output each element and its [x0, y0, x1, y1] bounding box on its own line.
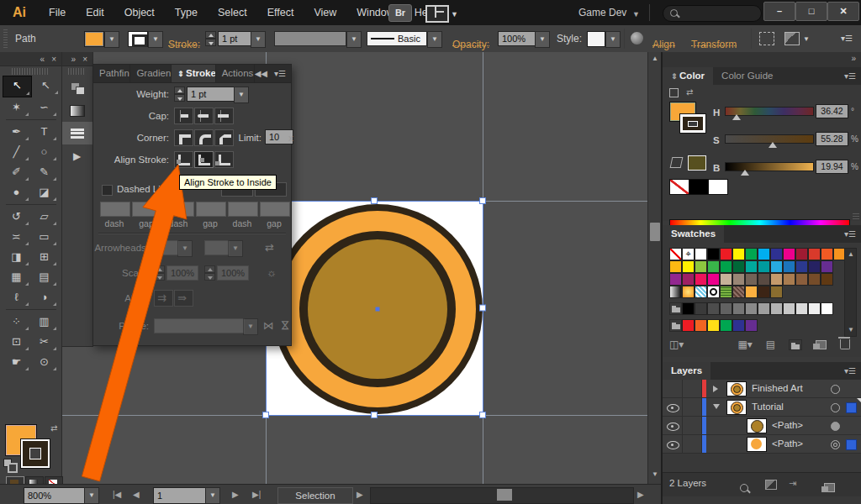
layer-row[interactable]: Finished Art	[663, 380, 861, 398]
swap-fill-stroke-icon[interactable]: ⇄	[50, 423, 57, 433]
swatch[interactable]	[669, 273, 682, 286]
swatch[interactable]	[695, 319, 707, 332]
weight-value[interactable]: 1 pt	[187, 87, 235, 102]
layer-name[interactable]: Finished Art	[752, 380, 803, 397]
weight-stepper[interactable]	[174, 87, 185, 102]
stroke-panel-link[interactable]: Stroke:	[168, 31, 200, 46]
swatch[interactable]	[745, 286, 758, 298]
selection-indicator[interactable]	[846, 402, 857, 413]
default-fill-stroke-icon[interactable]	[3, 459, 15, 470]
swatch[interactable]	[745, 302, 758, 315]
scroll-up-icon[interactable]: ▲	[648, 55, 662, 62]
swatch[interactable]	[783, 302, 795, 315]
swatch[interactable]	[745, 260, 758, 273]
new-layer-icon[interactable]	[824, 483, 835, 492]
swatch[interactable]	[770, 273, 783, 286]
layer-row[interactable]: Tutorial	[663, 398, 861, 417]
horizontal-scroll-thumb[interactable]	[497, 489, 512, 501]
align-panel-link[interactable]: Align	[652, 31, 675, 46]
target-icon[interactable]	[831, 422, 840, 431]
default-proxy-icon[interactable]	[669, 88, 679, 97]
collapse-icon[interactable]	[713, 404, 720, 409]
swatch-scroll-up-icon[interactable]: ▲	[848, 250, 854, 258]
color-panel-menu-icon[interactable]: ▾☰	[844, 67, 861, 85]
hand-tool[interactable]: ☛	[3, 352, 30, 372]
swatch-libraries-icon[interactable]: ◫▾	[669, 339, 684, 350]
tab-color[interactable]: ⇕ Color	[663, 67, 713, 85]
layer-name[interactable]: <Path>	[772, 435, 803, 453]
scale-end-stepper[interactable]	[204, 265, 215, 281]
opacity-link[interactable]: Opacity:	[452, 31, 489, 46]
swatch[interactable]	[707, 302, 720, 315]
dashed-line-checkbox[interactable]	[102, 185, 113, 196]
swatch[interactable]	[783, 248, 795, 260]
b-slider[interactable]	[725, 162, 814, 171]
artboard-number-caret-icon[interactable]: ▼	[205, 487, 220, 504]
close-button[interactable]: ✕	[827, 2, 859, 21]
corner-bevel-button[interactable]	[214, 129, 234, 146]
swatch[interactable]	[745, 319, 758, 332]
flip-along-icon[interactable]: ⋈	[263, 319, 274, 332]
expand-panels-icon[interactable]: »	[71, 55, 77, 64]
web-safe-swatch[interactable]	[688, 155, 706, 171]
swatch[interactable]	[732, 248, 745, 260]
swatch[interactable]	[682, 319, 695, 332]
swatch[interactable]	[821, 260, 833, 273]
dash-field-0[interactable]	[100, 202, 130, 217]
dash-field-2[interactable]	[164, 202, 194, 217]
visibility-cell[interactable]	[663, 398, 683, 416]
lock-cell[interactable]	[682, 380, 702, 397]
ellipse-tool[interactable]: ○	[30, 142, 58, 162]
artboard-tool[interactable]: ⊡	[3, 332, 30, 352]
menu-select[interactable]: Select	[208, 0, 257, 25]
swatch-options-icon[interactable]: ▤	[766, 339, 775, 350]
arrange-documents-caret-icon[interactable]: ▼	[451, 10, 458, 18]
menu-object[interactable]: Object	[114, 0, 165, 25]
type-tool[interactable]: T	[30, 122, 58, 142]
status-indicator[interactable]: Selection	[277, 487, 353, 504]
bridge-button[interactable]: Br	[388, 4, 412, 22]
arrowhead-start-select[interactable]	[154, 240, 179, 255]
mesh-tool[interactable]: ▦	[3, 267, 30, 287]
profile-select[interactable]	[154, 318, 245, 333]
dash-field-3[interactable]	[196, 202, 226, 217]
cap-butt-button[interactable]	[174, 108, 193, 124]
target-icon[interactable]	[831, 440, 840, 449]
swatch[interactable]	[695, 260, 707, 273]
line-tool[interactable]: ╱	[3, 142, 30, 162]
clipping-mask-icon[interactable]	[765, 480, 777, 490]
arrange-documents-icon[interactable]	[425, 5, 449, 23]
dash-field-4[interactable]	[228, 202, 258, 217]
scale-start-stepper[interactable]	[154, 265, 165, 281]
white-color-button[interactable]	[708, 179, 728, 195]
zoom-level-caret-icon[interactable]: ▼	[84, 487, 99, 504]
workspace-switcher[interactable]: Game Dev	[578, 0, 626, 25]
swatch[interactable]	[707, 273, 720, 286]
width-tool[interactable]: ≍	[3, 227, 30, 247]
scroll-right-icon[interactable]: ▶	[637, 487, 644, 502]
direct-selection-tool[interactable]: ↖	[32, 76, 60, 96]
corner-miter-button[interactable]	[174, 129, 193, 146]
swatch[interactable]	[669, 260, 682, 273]
swatch-pattern-brown[interactable]	[732, 286, 745, 298]
zoom-level-value[interactable]: 800%	[24, 487, 86, 504]
variable-width-profile-select[interactable]	[274, 31, 346, 46]
swatch[interactable]	[745, 248, 758, 260]
swatches-scrollbar[interactable]: ▲ ▼	[844, 248, 857, 337]
panel-resize-grip[interactable]	[853, 213, 859, 219]
tab-swatches[interactable]: Swatches	[663, 225, 724, 243]
swatch[interactable]	[707, 319, 720, 332]
swatch[interactable]	[795, 273, 808, 286]
swatch[interactable]	[795, 248, 808, 260]
bounding-box-icon[interactable]	[759, 32, 774, 45]
swatch[interactable]	[795, 260, 808, 273]
collapse-dock-icon[interactable]: »	[851, 54, 856, 63]
swatch[interactable]	[682, 302, 695, 315]
scroll-down-icon[interactable]: ▼	[648, 470, 662, 478]
stroke-panel-icon[interactable]	[61, 122, 92, 144]
lock-cell[interactable]	[682, 417, 702, 434]
swatch[interactable]	[732, 273, 745, 286]
tab-gradient[interactable]: Gradien	[130, 65, 172, 82]
first-artboard-icon[interactable]: |◀	[113, 487, 121, 502]
dash-field-1[interactable]	[132, 202, 162, 217]
